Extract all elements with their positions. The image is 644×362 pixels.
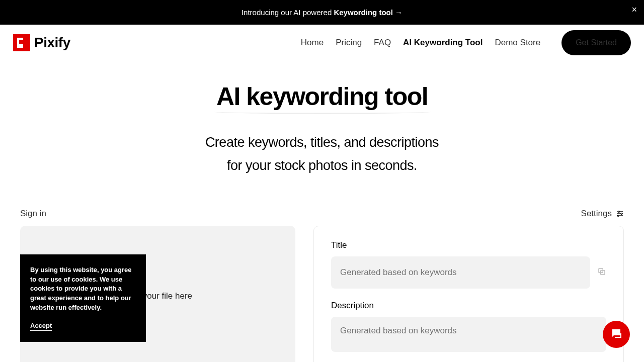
nav-demo-store[interactable]: Demo Store bbox=[495, 38, 540, 48]
chat-button[interactable] bbox=[603, 321, 630, 348]
main-nav: Home Pricing FAQ AI Keywording Tool Demo… bbox=[301, 30, 631, 55]
page-subtitle: Create keywords, titles, and description… bbox=[0, 131, 644, 177]
description-input[interactable] bbox=[331, 317, 606, 352]
page-title: AI keywording tool bbox=[216, 82, 428, 111]
nav-home[interactable]: Home bbox=[301, 38, 324, 48]
nav-faq[interactable]: FAQ bbox=[374, 38, 391, 48]
settings-label: Settings bbox=[581, 209, 612, 219]
close-icon[interactable]: × bbox=[631, 5, 637, 14]
nav-keywording-tool[interactable]: AI Keywording Tool bbox=[403, 38, 482, 48]
hero: AI keywording tool Create keywords, titl… bbox=[0, 82, 644, 177]
svg-point-5 bbox=[617, 215, 619, 216]
settings-button[interactable]: Settings bbox=[581, 209, 624, 219]
title-input[interactable] bbox=[331, 256, 590, 289]
svg-point-1 bbox=[618, 211, 620, 212]
brand-logo[interactable]: Pixify bbox=[13, 34, 70, 51]
subtitle-line-2: for your stock photos in seconds. bbox=[227, 158, 417, 173]
title-label: Title bbox=[331, 240, 606, 250]
copy-icon[interactable] bbox=[597, 267, 606, 278]
announcement-text-prefix: Introducing our AI powered bbox=[242, 8, 334, 17]
accept-button[interactable]: Accept bbox=[30, 322, 52, 331]
announcement-text-bold: Keywording tool → bbox=[334, 8, 403, 17]
announcement-bar[interactable]: Introducing our AI powered Keywording to… bbox=[0, 0, 644, 25]
subtitle-line-1: Create keywords, titles, and description… bbox=[205, 135, 439, 150]
get-started-button[interactable]: Get Started bbox=[561, 30, 631, 55]
svg-point-3 bbox=[621, 213, 622, 214]
output-panel: Title Description bbox=[313, 226, 624, 362]
brand-name: Pixify bbox=[34, 35, 70, 51]
sliders-icon bbox=[616, 210, 624, 218]
description-label: Description bbox=[331, 301, 606, 311]
brand-logo-icon bbox=[13, 34, 30, 51]
chat-icon bbox=[610, 327, 622, 341]
cookie-banner: By using this website, you agree to our … bbox=[20, 254, 146, 342]
header: Pixify Home Pricing FAQ AI Keywording To… bbox=[0, 25, 644, 61]
cookie-text: By using this website, you agree to our … bbox=[30, 265, 136, 313]
sign-in-link[interactable]: Sign in bbox=[20, 209, 46, 219]
nav-pricing[interactable]: Pricing bbox=[336, 38, 362, 48]
